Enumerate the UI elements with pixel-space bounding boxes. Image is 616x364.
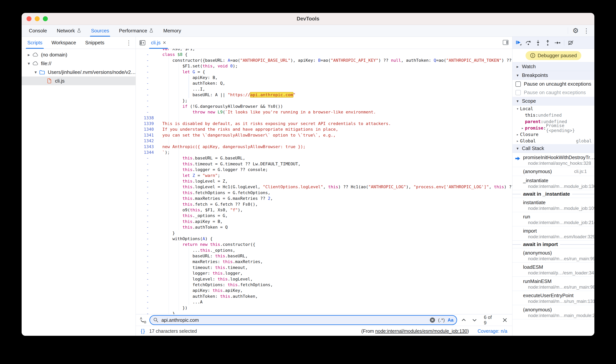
gutter-cell[interactable]: - [136, 207, 154, 213]
navigator-more-icon[interactable]: ⋮ [126, 39, 136, 46]
code-line[interactable]: - this.timeout = G.timeout ?? Lw.DEFAULT… [136, 161, 512, 167]
tree-item--no-domain-[interactable]: ▸(no domain) [22, 50, 136, 59]
code-line[interactable]: - o9(this, $F1, Xs0, "f"), [136, 207, 512, 213]
code-line[interactable]: - baseURL: this.baseURL, [136, 253, 512, 259]
step-out-button[interactable] [543, 39, 552, 47]
gutter-cell[interactable]: 1339 [136, 121, 154, 127]
hide-navigator-icon[interactable] [139, 40, 146, 46]
gutter-cell[interactable]: - [136, 98, 154, 104]
expander-icon[interactable]: ▾ [26, 61, 32, 66]
step-into-button[interactable] [534, 39, 542, 47]
chevron-icon[interactable]: ▾ [515, 73, 520, 78]
code-line[interactable]: - this.logLevel = Z, [136, 178, 512, 184]
gutter-cell[interactable]: - [136, 63, 154, 69]
gutter-cell[interactable]: - [136, 92, 154, 98]
tab-memory[interactable]: Memory [158, 25, 186, 37]
code-line[interactable]: - }; [136, 98, 512, 104]
gutter-cell[interactable]: - [136, 104, 154, 109]
zoom-button[interactable] [43, 16, 48, 21]
code-line[interactable]: - ...A [136, 299, 512, 305]
gutter-cell[interactable]: - [136, 242, 154, 247]
gutter-cell[interactable]: - [136, 196, 154, 201]
stack-frame-loadesm[interactable]: loadESMnode:internal/p…/esm_loader:34 [512, 262, 594, 277]
code-line[interactable]: 1343new Anthropic({ apiKey, dangerouslyA… [136, 144, 512, 150]
code-line[interactable]: - }) [136, 305, 512, 311]
section-watch[interactable]: ▸ Watch [512, 62, 594, 71]
gutter-cell[interactable] [136, 49, 154, 52]
gutter-cell[interactable]: - [136, 305, 154, 311]
code-line[interactable]: 1342 [136, 138, 512, 144]
scope-group-local[interactable]: ▾Local [512, 105, 594, 112]
stack-frame-executeuserentrypoint[interactable]: executeUserEntryPointnode:internal/m…s/r… [512, 291, 594, 305]
step-button[interactable] [553, 39, 562, 47]
minimize-button[interactable] [35, 16, 40, 21]
chevron-icon[interactable]: ▾ [515, 99, 520, 104]
code-line[interactable]: - this._options = G, [136, 213, 512, 219]
gutter-cell[interactable]: - [136, 271, 154, 276]
navigator-tab-workspace[interactable]: Workspace [47, 37, 81, 49]
code-line[interactable]: var Xs0, $F1; [136, 49, 512, 52]
code-line[interactable]: - apiKey: this.apiKey, [136, 288, 512, 293]
source-origin-link[interactable]: node:internal/modules/esm/module_job:130 [375, 328, 467, 334]
match-case-toggle[interactable]: Aa [448, 317, 453, 323]
expander-icon[interactable]: ▸ [26, 52, 32, 57]
scope-property-this[interactable]: this: undefined [512, 112, 594, 118]
gutter-cell[interactable]: - [136, 167, 154, 172]
stack-frame-runmainesm[interactable]: runMainESMnode:internal/m…es/run_main:98 [512, 277, 594, 291]
code-line[interactable]: - apiKey: B, [136, 75, 512, 80]
code-line[interactable]: - if (!G.dangerouslyAllowBrowser && Ys0(… [136, 104, 512, 109]
code-line[interactable]: - logger: this.logger, [136, 271, 512, 276]
step-over-button[interactable] [524, 39, 533, 47]
code-line[interactable]: - ...this._options, [136, 247, 512, 253]
code-line[interactable]: - let Z = "warn"; [136, 173, 512, 178]
resume-button[interactable] [514, 39, 523, 47]
code-line[interactable]: - this.logLevel = Hc1(G.logLevel, "Clien… [136, 184, 512, 190]
tab-sources[interactable]: Sources [86, 25, 114, 37]
gutter-cell[interactable]: - [136, 259, 154, 265]
stack-frame-instantiate[interactable]: instantiatenode:internal/m…module_job:10… [512, 198, 594, 212]
regex-toggle[interactable]: (.*) [438, 317, 445, 323]
stack-frame--anonymous-[interactable]: (anonymous)cli.js:1 [512, 167, 594, 176]
deactivate-breakpoints-button[interactable] [566, 39, 575, 47]
code-line[interactable]: - authToken: Q, [136, 80, 512, 86]
code-line[interactable]: - this.maxRetries = G.maxRetries ?? 2, [136, 196, 512, 201]
clear-search-icon[interactable] [429, 317, 435, 323]
gutter-cell[interactable]: - [136, 190, 154, 196]
gutter-cell[interactable]: - [136, 288, 154, 293]
gutter-cell[interactable]: - [136, 219, 154, 224]
code-area[interactable]: var Xs0, $F1;-class $8 {- constructor({b… [136, 49, 512, 314]
expander-icon[interactable]: ▾ [515, 106, 520, 111]
gutter-cell[interactable]: - [136, 155, 154, 161]
settings-gear-icon[interactable]: ⚙ [573, 27, 579, 34]
code-line[interactable]: - maxRetries: this.maxRetries, [136, 259, 512, 265]
chevron-icon[interactable]: ▸ [515, 65, 520, 69]
code-line[interactable]: - authToken: this.authToken, [136, 294, 512, 299]
code-line[interactable]: - fetchOptions: this.fetchOptions, [136, 282, 512, 288]
gutter-cell[interactable]: - [136, 75, 154, 80]
pause-caught-row[interactable]: Pause on caught exceptions [512, 88, 594, 97]
expander-icon[interactable]: ▾ [33, 70, 39, 75]
code-line[interactable]: - } [136, 311, 512, 314]
navigator-tab-snippets[interactable]: Snippets [81, 37, 109, 49]
code-line[interactable]: - timeout: this.timeout, [136, 265, 512, 271]
code-line[interactable]: - } [136, 230, 512, 236]
code-line[interactable]: - return new this.constructor({ [136, 242, 512, 247]
gutter-cell[interactable]: - [136, 294, 154, 299]
code-line[interactable]: - constructor({baseURL: A=ao("ANTHROPIC_… [136, 58, 512, 63]
chevron-icon[interactable]: ▾ [515, 146, 520, 151]
tab-console[interactable]: Console [24, 25, 52, 37]
gutter-cell[interactable]: 1344 [136, 150, 154, 155]
tab-close-icon[interactable]: × [163, 40, 166, 45]
navigator-tab-scripts[interactable]: Scripts [23, 37, 47, 49]
tree-item-file-[interactable]: ▾file:// [22, 59, 136, 68]
expander-icon[interactable]: ▸ [520, 126, 525, 130]
coverage-link[interactable]: Coverage: n/a [477, 328, 507, 334]
scope-group-global[interactable]: ▸Globalglobal [512, 138, 594, 144]
code-line[interactable]: 1344`); [136, 150, 512, 155]
expander-icon[interactable]: ▸ [515, 132, 520, 137]
tab-performance[interactable]: Performance [114, 25, 158, 37]
gutter-cell[interactable]: - [136, 178, 154, 184]
gutter-cell[interactable]: - [136, 247, 154, 253]
code-line[interactable]: - this.fetchOptions = G.fetchOptions, [136, 190, 512, 196]
gutter-cell[interactable]: - [136, 299, 154, 305]
